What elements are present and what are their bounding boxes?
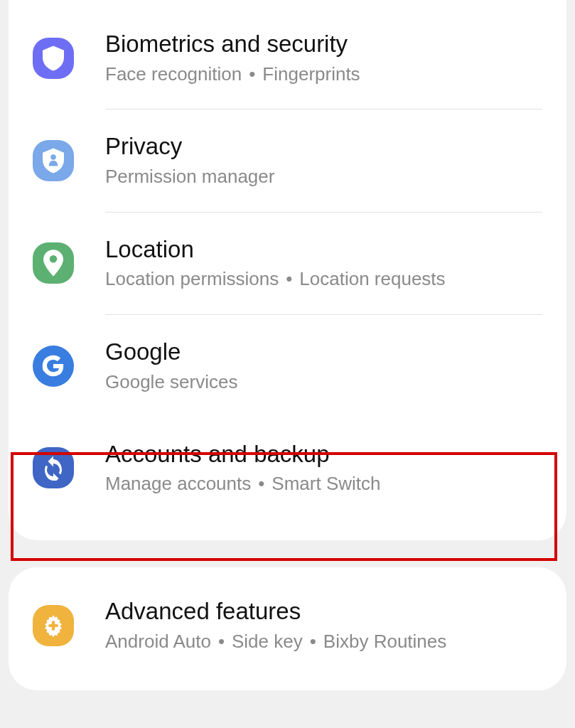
settings-row-subtitle: Location permissions•Location requests (105, 267, 446, 291)
settings-row-text: Advanced features Android Auto•Side key•… (105, 597, 446, 653)
settings-row-biometrics[interactable]: Biometrics and security Face recognition… (9, 7, 566, 109)
settings-row-advanced-features[interactable]: Advanced features Android Auto•Side key•… (9, 574, 566, 676)
settings-row-text: Biometrics and security Face recognition… (105, 30, 360, 86)
settings-row-title: Accounts and backup (105, 440, 381, 469)
settings-row-google[interactable]: Google Google services (9, 315, 566, 417)
settings-row-title: Location (105, 235, 446, 264)
settings-row-subtitle: Android Auto•Side key•Bixby Routines (105, 630, 446, 654)
settings-row-location[interactable]: Location Location permissions•Location r… (9, 213, 566, 314)
location-pin-icon (33, 242, 74, 284)
settings-row-subtitle: Face recognition•Fingerprints (105, 63, 360, 87)
svg-rect-3 (48, 624, 58, 627)
settings-card-main: Biometrics and security Face recognition… (9, 0, 566, 540)
settings-card-secondary: Advanced features Android Auto•Side key•… (9, 567, 566, 690)
shield-icon (33, 38, 74, 79)
settings-row-subtitle: Permission manager (105, 165, 274, 189)
settings-row-text: Google Google services (105, 338, 237, 394)
settings-row-privacy[interactable]: Privacy Permission manager (9, 109, 566, 211)
plus-gear-icon (33, 605, 74, 646)
settings-row-title: Privacy (105, 132, 274, 161)
settings-row-title: Biometrics and security (105, 30, 360, 58)
settings-row-text: Accounts and backup Manage accounts•Smar… (105, 440, 381, 496)
svg-point-1 (50, 255, 58, 263)
privacy-shield-icon (33, 140, 74, 181)
svg-point-0 (50, 154, 56, 160)
settings-row-text: Privacy Permission manager (105, 132, 274, 188)
settings-row-subtitle: Manage accounts•Smart Switch (105, 472, 381, 496)
settings-row-title: Google (105, 338, 237, 366)
google-g-icon (33, 346, 74, 387)
settings-row-accounts-backup[interactable]: Accounts and backup Manage accounts•Smar… (9, 417, 566, 519)
settings-row-title: Advanced features (105, 597, 446, 626)
settings-row-text: Location Location permissions•Location r… (105, 235, 446, 291)
sync-icon (33, 447, 74, 488)
settings-row-subtitle: Google services (105, 370, 237, 395)
